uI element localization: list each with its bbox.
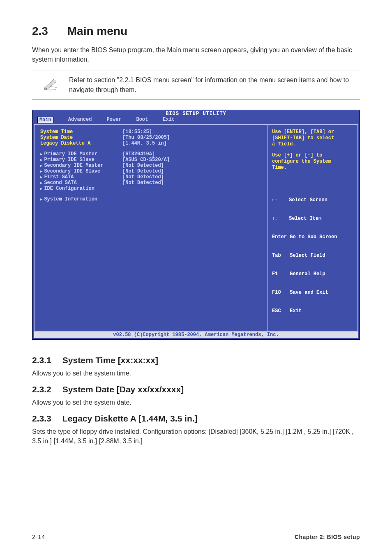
label-primary-ide-master[interactable]: Primary IDE Master: [40, 151, 122, 157]
bios-screenshot: BIOS SETUP UTILITY Main Advanced Power B…: [32, 110, 360, 340]
subsection-body-3: Sets the type of floppy drive installed.…: [32, 427, 360, 446]
note-text: Refer to section "2.2.1 BIOS menu screen…: [69, 75, 360, 94]
help-text-2: Use [+] or [-] to configure the System T…: [272, 152, 353, 171]
tab-exit[interactable]: Exit: [163, 117, 175, 123]
value-primary-ide-slave: [ASUS CD-S520/A]: [122, 157, 170, 163]
value-secondary-ide-slave: [Not Detected]: [122, 168, 164, 174]
bios-tabbar: Main Advanced Power Boot Exit: [32, 117, 360, 124]
tab-power[interactable]: Power: [106, 117, 121, 123]
arrow-ud-icon: ↑↓: [272, 216, 277, 221]
page-heading: 2.3 Main menu: [32, 25, 360, 38]
value-legacy-diskette[interactable]: [1.44M, 3.5 in]: [122, 140, 167, 146]
page-number: 2-14: [32, 534, 45, 540]
label-system-information[interactable]: System Information: [40, 196, 122, 202]
arrow-lr-icon: ←→: [272, 197, 277, 203]
section-number: 2.3: [32, 25, 64, 38]
tab-main[interactable]: Main: [37, 117, 53, 123]
note-box: Refer to section "2.2.1 BIOS menu screen…: [32, 71, 360, 99]
subsection-heading-1: 2.3.1 System Time [xx:xx:xx]: [32, 355, 360, 365]
subsection-body-2: Allows you to set the system date.: [32, 398, 360, 407]
bios-help-panel: Use [ENTER], [TAB] or [SHIFT-TAB] to sel…: [267, 124, 358, 331]
label-legacy-diskette[interactable]: Legacy Diskette A: [40, 140, 122, 146]
intro-paragraph: When you enter the BIOS Setup program, t…: [32, 45, 360, 64]
label-primary-ide-slave[interactable]: Primary IDE Slave: [40, 157, 122, 163]
bios-main-panel: System Time[10:55:25] System Date[Thu 08…: [34, 124, 267, 331]
value-system-time[interactable]: [10:55:25]: [122, 129, 152, 135]
value-second-sata: [Not Detected]: [122, 180, 164, 186]
label-secondary-ide-master[interactable]: Secondary IDE Master: [40, 163, 122, 168]
label-second-sata[interactable]: Second SATA: [40, 180, 122, 186]
label-system-time[interactable]: System Time: [40, 129, 122, 135]
nav-legend: ←→ Select Screen ↑↓ Select Item Enter Go…: [272, 185, 353, 327]
label-system-date[interactable]: System Date: [40, 135, 122, 140]
chapter-label: Chapter 2: BIOS setup: [295, 534, 360, 540]
bios-title: BIOS SETUP UTILITY: [32, 110, 360, 117]
bios-copyright: v02.58 (C)Copyright 1985-2004, American …: [34, 332, 358, 338]
value-first-sata: [Not Detected]: [122, 174, 164, 180]
label-first-sata[interactable]: First SATA: [40, 174, 122, 180]
section-title: Main menu: [67, 25, 127, 37]
label-secondary-ide-slave[interactable]: Secondary IDE Slave: [40, 168, 122, 174]
value-system-date[interactable]: [Thu 08/25/2005]: [122, 135, 170, 140]
subsection-heading-2: 2.3.2 System Date [Day xx/xx/xxxx]: [32, 385, 360, 394]
pencil-icon: [32, 75, 69, 91]
tab-boot[interactable]: Boot: [136, 117, 148, 123]
page-footer: 2-14 Chapter 2: BIOS setup: [32, 531, 360, 540]
subsection-body-1: Allows you to set the system time.: [32, 368, 360, 378]
help-text-1: Use [ENTER], [TAB] or [SHIFT-TAB] to sel…: [272, 129, 353, 147]
label-ide-configuration[interactable]: IDE Configuration: [40, 186, 122, 191]
subsection-heading-3: 2.3.3 Legacy Diskette A [1.44M, 3.5 in.]: [32, 414, 360, 424]
value-primary-ide-master: [ST320410A]: [122, 151, 155, 157]
value-secondary-ide-master: [Not Detected]: [122, 163, 164, 168]
tab-advanced[interactable]: Advanced: [68, 117, 92, 123]
